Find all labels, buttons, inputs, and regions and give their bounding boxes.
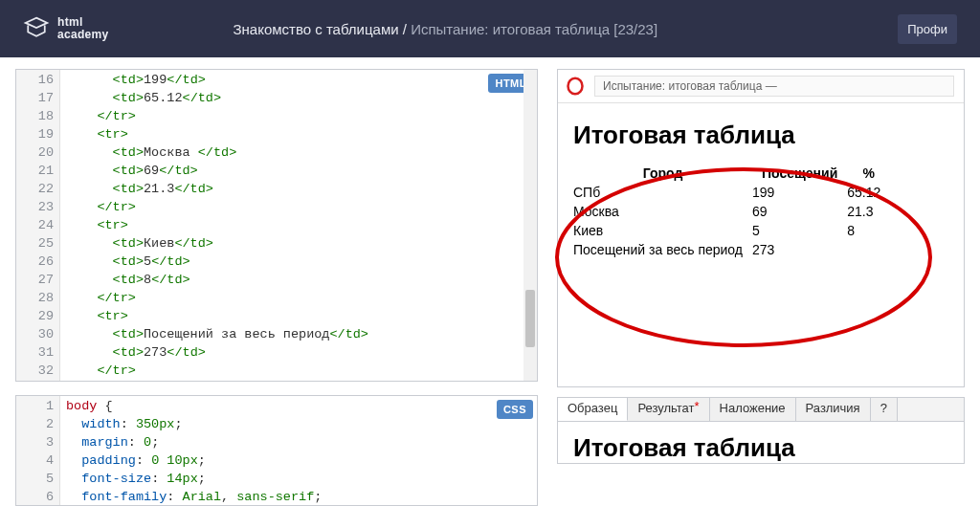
preview-heading: Итоговая таблица <box>573 121 948 150</box>
css-badge: CSS <box>497 400 533 419</box>
css-gutter: 123456 <box>16 396 60 505</box>
logo-icon <box>23 15 50 42</box>
tab-0[interactable]: Образец <box>558 398 628 421</box>
table-cell: Москва <box>573 202 752 221</box>
preview-tabs: ОбразецРезультат*НаложениеРазличия? <box>557 397 965 422</box>
table-cell: 8 <box>847 221 890 240</box>
preview-table: ГородПосещений%СПб19965.12Москва6921.3Ки… <box>573 164 890 259</box>
table-header: Город <box>573 164 752 183</box>
top-navbar: html academy Знакомство с таблицами / Ис… <box>0 0 980 57</box>
html-editor[interactable]: HTML 16171819202122232425262728293031323… <box>15 69 538 382</box>
html-gutter: 1617181920212223242526272829303132333435… <box>16 70 60 381</box>
svg-point-0 <box>568 78 583 95</box>
preview-pane: Испытание: итоговая таблица — Итоговая т… <box>557 69 965 387</box>
table-cell: 5 <box>752 221 847 240</box>
tab-2[interactable]: Наложение <box>710 398 796 421</box>
table-cell: 21.3 <box>847 202 890 221</box>
tab-1[interactable]: Результат* <box>628 398 709 421</box>
css-code-area[interactable]: body { width: 350px; margin: 0; padding:… <box>60 396 537 506</box>
css-editor[interactable]: CSS 123456 body { width: 350px; margin: … <box>15 395 538 506</box>
table-cell: 69 <box>752 202 847 221</box>
browser-address-bar: Испытание: итоговая таблица — <box>558 70 964 103</box>
table-cell: СПб <box>573 183 752 202</box>
scrollbar-vertical[interactable] <box>523 70 537 381</box>
breadcrumb-part2: Испытание: итоговая таблица [23/23] <box>411 21 657 37</box>
table-cell: 65.12 <box>847 183 890 202</box>
table-cell: 199 <box>752 183 847 202</box>
table-cell: Киев <box>573 221 752 240</box>
html-code-area[interactable]: <td>199</td> <td>65.12</td> </tr> <tr> <… <box>60 70 537 382</box>
table-header: Посещений <box>752 164 847 183</box>
logo-text-line2: academy <box>57 29 108 41</box>
tab-3[interactable]: Различия <box>796 398 871 421</box>
address-input[interactable]: Испытание: итоговая таблица — <box>594 76 954 97</box>
breadcrumb-part1[interactable]: Знакомство с таблицами / <box>233 21 411 37</box>
scrollbar-thumb[interactable] <box>525 290 535 347</box>
opera-icon <box>566 77 585 96</box>
sample-heading: Итоговая таблица <box>573 433 948 463</box>
sample-preview: Итоговая таблица <box>557 422 965 464</box>
breadcrumb[interactable]: Знакомство с таблицами / Испытание: итог… <box>233 21 657 37</box>
profile-button[interactable]: Профи <box>898 14 957 44</box>
logo[interactable]: html academy <box>23 15 108 42</box>
table-header: % <box>847 164 890 183</box>
tab-4[interactable]: ? <box>871 398 898 421</box>
